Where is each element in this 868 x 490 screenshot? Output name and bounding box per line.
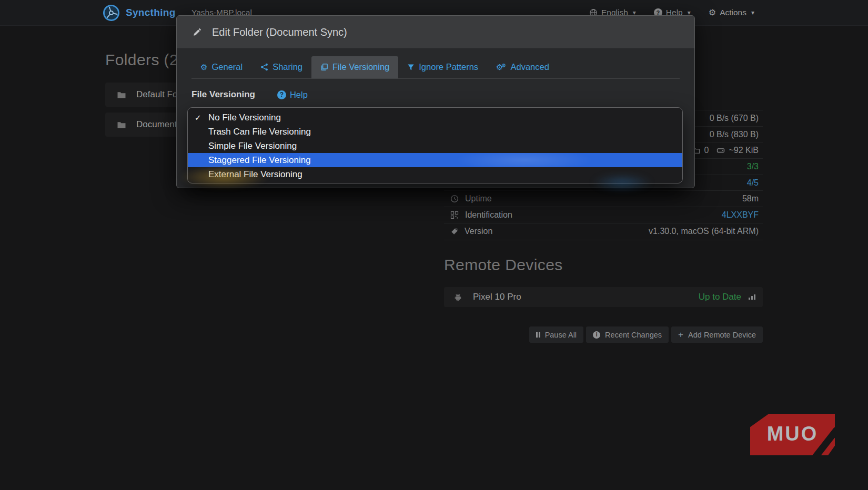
- tab-file-versioning[interactable]: File Versioning: [311, 56, 398, 78]
- pause-all-button[interactable]: Pause All: [529, 326, 583, 343]
- add-remote-device-button[interactable]: + Add Remote Device: [671, 326, 763, 343]
- stat-row-version: Version v1.30.0, macOS (64-bit ARM): [444, 223, 763, 240]
- option-label: Simple File Versioning: [208, 141, 297, 151]
- caret-down-icon: ▾: [751, 9, 754, 16]
- button-label: Pause All: [545, 331, 577, 339]
- option-label: No File Versioning: [208, 113, 281, 122]
- stat-row-identification: Identification 4LXXBYF: [444, 207, 763, 223]
- modal-title: Edit Folder (Document Sync): [212, 26, 347, 38]
- brand-name: Syncthing: [126, 7, 176, 18]
- folders-heading: Folders (2): [105, 51, 184, 69]
- gear-icon: ⚙: [709, 8, 716, 17]
- remote-device-row[interactable]: Pixel 10 Pro Up to Date: [444, 287, 763, 307]
- version-value: v1.30.0, macOS (64-bit ARM): [649, 227, 759, 236]
- help-question-icon: ?: [277, 90, 286, 99]
- button-label: Recent Changes: [605, 331, 662, 339]
- listeners-value[interactable]: 3/3: [747, 162, 759, 171]
- local-folders-value: 0: [704, 146, 709, 155]
- option-staggered-file-versioning[interactable]: Staggered File Versioning: [188, 153, 682, 167]
- option-no-file-versioning[interactable]: ✓ No File Versioning: [188, 110, 682, 125]
- tab-label: Advanced: [511, 62, 549, 72]
- versioning-dropdown-popup: ✓ No File Versioning Trash Can File Vers…: [187, 107, 683, 183]
- option-simple-file-versioning[interactable]: Simple File Versioning: [188, 139, 682, 153]
- pencil-icon: [193, 27, 202, 37]
- file-versioning-field-row: File Versioning ? Help: [191, 89, 680, 100]
- gear-icon: ⚙: [200, 63, 207, 71]
- clock-icon: [450, 195, 459, 203]
- info-icon: i: [593, 331, 600, 339]
- uptime-value: 58m: [742, 194, 759, 203]
- muo-logo-text: MUO: [767, 423, 819, 445]
- identification-label: Identification: [465, 210, 512, 220]
- device-status-badge: Up to Date: [699, 292, 741, 302]
- option-label: Trash Can File Versioning: [208, 127, 311, 137]
- muo-watermark: MUO: [750, 414, 835, 455]
- tab-advanced[interactable]: ⚙⚙ Advanced: [487, 56, 558, 78]
- local-size-value: ~92 KiB: [729, 146, 759, 155]
- folder-icon: [117, 121, 126, 129]
- file-versioning-label: File Versioning: [191, 89, 255, 100]
- menu-label: Actions: [720, 8, 746, 17]
- download-rate-value: 0 B/s (670 B): [710, 114, 759, 123]
- tab-sharing[interactable]: Sharing: [251, 56, 311, 78]
- modal-tabs: ⚙ General Sharing File Versioning Ignore…: [191, 56, 680, 79]
- discovery-value[interactable]: 4/5: [747, 178, 759, 188]
- tab-label: Ignore Patterns: [419, 62, 478, 72]
- gears-icon: ⚙⚙: [496, 63, 506, 71]
- share-icon: [260, 63, 268, 71]
- tab-ignore-patterns[interactable]: Ignore Patterns: [398, 56, 487, 78]
- device-name: Pixel 10 Pro: [473, 292, 521, 302]
- remote-devices-heading: Remote Devices: [444, 256, 563, 274]
- versions-icon: [320, 63, 328, 71]
- folder-icon: [117, 91, 126, 99]
- option-label: External File Versioning: [208, 169, 302, 179]
- help-link-label: Help: [290, 90, 308, 100]
- option-label: Staggered File Versioning: [208, 155, 311, 165]
- syncthing-logo-icon: [100, 2, 123, 24]
- checkmark-icon: ✓: [195, 110, 201, 125]
- android-icon: [453, 293, 462, 302]
- tab-general[interactable]: ⚙ General: [191, 56, 251, 78]
- tag-icon: [450, 228, 458, 236]
- option-external-file-versioning[interactable]: External File Versioning: [188, 167, 682, 181]
- disk-icon: [716, 146, 725, 155]
- filter-icon: [407, 64, 415, 71]
- tab-label: Sharing: [272, 62, 302, 72]
- button-label: Add Remote Device: [688, 331, 756, 339]
- version-label: Version: [465, 227, 492, 236]
- actions-menu[interactable]: ⚙ Actions ▾: [709, 8, 754, 17]
- recent-changes-button[interactable]: i Recent Changes: [586, 326, 669, 343]
- brand-link[interactable]: Syncthing: [103, 0, 176, 25]
- tab-label: File Versioning: [332, 62, 389, 72]
- stat-row-uptime: Uptime 58m: [444, 191, 763, 207]
- help-link[interactable]: ? Help: [277, 90, 308, 100]
- footer-buttons: Pause All i Recent Changes + Add Remote …: [529, 326, 763, 343]
- tab-label: General: [211, 62, 243, 72]
- identification-value[interactable]: 4LXXBYF: [722, 210, 759, 220]
- qr-code-icon: [450, 211, 459, 219]
- signal-bars-icon: [749, 294, 755, 300]
- plus-icon: +: [678, 330, 683, 339]
- upload-rate-value: 0 B/s (830 B): [710, 130, 759, 139]
- uptime-label: Uptime: [465, 194, 492, 203]
- modal-header: Edit Folder (Document Sync): [177, 16, 694, 49]
- option-trash-can-file-versioning[interactable]: Trash Can File Versioning: [188, 125, 682, 139]
- pause-icon: [536, 332, 540, 338]
